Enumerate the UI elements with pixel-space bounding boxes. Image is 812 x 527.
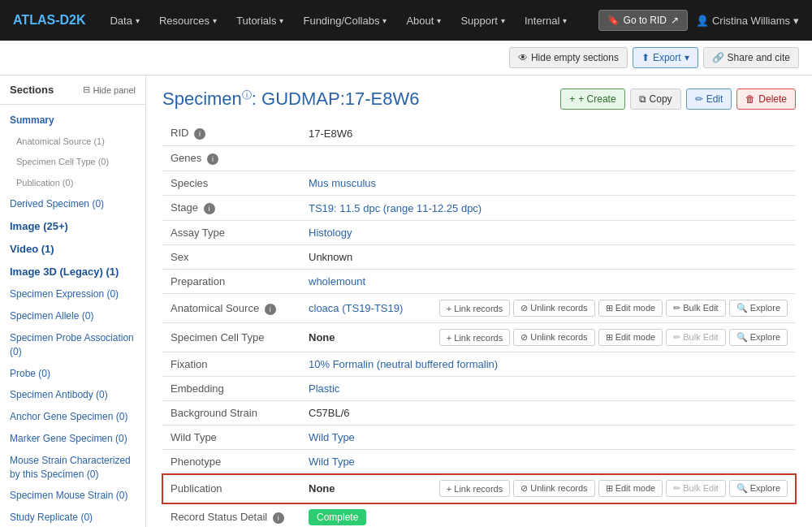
caret-icon: ▾ (279, 16, 283, 25)
sidebar-item-video[interactable]: Video (1) (0, 238, 145, 261)
specimen-cell-type-actions: + Link records ⊘ Unlink records ⊞ Edit m… (439, 329, 788, 346)
info-icon[interactable]: i (207, 153, 218, 165)
link-records-publication[interactable]: + Link records (439, 480, 510, 497)
anatomical-source-link[interactable]: cloaca (TS19-TS19) (309, 302, 403, 314)
sidebar-item-marker-gene[interactable]: Marker Gene Specimen (0) (0, 428, 145, 450)
sidebar-item-specimen-expression[interactable]: Specimen Expression (0) (0, 283, 145, 305)
wild-type-link[interactable]: Wild Type (309, 431, 355, 443)
sidebar-item-mouse-strain-characterized[interactable]: Mouse Strain Characterized by this Speci… (0, 450, 145, 486)
bulk-edit-publication[interactable]: ✏ Bulk Edit (666, 480, 725, 497)
preparation-link[interactable]: wholemount (309, 275, 365, 287)
assay-type-link[interactable]: Histology (309, 227, 352, 239)
field-label-embedding: Embedding (162, 377, 300, 401)
field-label-anatomical-source: Anatomical Source i (162, 294, 300, 323)
sidebar-item-image[interactable]: Image (25+) (0, 215, 145, 238)
info-sup: ⓘ (242, 89, 252, 101)
sidebar-header: Sections ⊟ Hide panel (0, 76, 145, 105)
sidebar-item-summary[interactable]: Summary (0, 110, 145, 132)
nav-tutorials[interactable]: Tutorials ▾ (228, 10, 292, 32)
field-value-phenotype: Wild Type (300, 450, 796, 474)
field-value-wild-type: Wild Type (300, 425, 796, 450)
nav-support[interactable]: Support ▾ (452, 10, 513, 32)
copy-button[interactable]: ⧉ Copy (630, 89, 681, 110)
action-bar: 👁 Hide empty sections ⬆ Export ▾ 🔗 Share… (0, 41, 812, 76)
sidebar-item-anatomical-source[interactable]: Anatomical Source (1) (0, 132, 145, 152)
page-title-row: Specimenⓘ: GUDMAP:17-E8W6 + + Create ⧉ C… (162, 89, 796, 110)
explore-publication[interactable]: 🔍 Explore (729, 480, 788, 497)
link-records-cell-type[interactable]: + Link records (439, 329, 510, 346)
caret-icon: ▾ (382, 16, 387, 25)
field-value-assay-type: Histology (300, 221, 796, 245)
field-row-anatomical-source: Anatomical Source i cloaca (TS19-TS19) +… (162, 294, 796, 323)
field-row-species: Species Mus musculus (162, 171, 796, 196)
sidebar: Sections ⊟ Hide panel Summary Anatomical… (0, 76, 146, 527)
export-icon: ⬆ (641, 52, 650, 63)
share-cite-button[interactable]: 🔗 Share and cite (703, 47, 799, 68)
bookmark-icon: 🔖 (607, 15, 620, 26)
hide-empty-sections-button[interactable]: 👁 Hide empty sections (509, 47, 628, 68)
field-value-rid: 17-E8W6 (300, 121, 796, 146)
info-icon[interactable]: i (273, 512, 284, 524)
embedding-link[interactable]: Plastic (309, 382, 339, 395)
edit-button[interactable]: ✏ Edit (686, 89, 732, 110)
bulk-edit-cell-type[interactable]: ✏ Bulk Edit (666, 329, 725, 346)
hide-panel-button[interactable]: ⊟ Hide panel (83, 84, 136, 95)
link-records-anatomical[interactable]: + Link records (439, 300, 510, 317)
info-icon[interactable]: i (265, 304, 276, 315)
field-label-genes: Genes i (162, 146, 300, 171)
sidebar-item-anchor-gene[interactable]: Anchor Gene Specimen (0) (0, 406, 145, 428)
field-value-record-status: Complete (300, 503, 796, 527)
sidebar-item-specimen-mouse-strain[interactable]: Specimen Mouse Strain (0) (0, 485, 145, 507)
field-label-specimen-cell-type: Specimen Cell Type (162, 323, 300, 352)
field-label-phenotype: Phenotype (162, 450, 300, 474)
sidebar-item-study-replicate[interactable]: Study Replicate (0) (0, 507, 145, 527)
explore-cell-type[interactable]: 🔍 Explore (729, 329, 788, 346)
sidebar-item-image-3d[interactable]: Image 3D (Legacy) (1) (0, 261, 145, 283)
sidebar-item-publication[interactable]: Publication (0) (0, 173, 145, 193)
fixation-link[interactable]: 10% Formalin (neutral buffered formalin) (309, 358, 498, 370)
copy-icon: ⧉ (639, 93, 646, 105)
external-link-icon: ↗ (671, 15, 679, 26)
species-link[interactable]: Mus musculus (309, 177, 376, 189)
unlink-records-publication[interactable]: ⊘ Unlink records (513, 480, 594, 497)
create-button[interactable]: + + Create (560, 89, 624, 110)
user-menu[interactable]: 👤 Cristina Williams ▾ (696, 15, 799, 27)
nav-internal[interactable]: Internal ▾ (516, 10, 575, 32)
sidebar-item-specimen-allele[interactable]: Specimen Allele (0) (0, 305, 145, 327)
edit-mode-publication[interactable]: ⊞ Edit mode (598, 480, 663, 497)
nav-right: 🔖 Go to RID ↗ 👤 Cristina Williams ▾ (598, 10, 799, 31)
sidebar-item-specimen-probe[interactable]: Specimen Probe Association (0) (0, 327, 145, 363)
edit-mode-cell-type[interactable]: ⊞ Edit mode (598, 329, 663, 346)
nav-about[interactable]: About ▾ (398, 10, 449, 32)
sidebar-item-specimen-cell-type[interactable]: Specimen Cell Type (0) (0, 152, 145, 172)
nav-data[interactable]: Data ▾ (102, 10, 147, 32)
delete-button[interactable]: 🗑 Delete (736, 89, 796, 110)
field-label-publication: Publication (162, 474, 300, 503)
field-row-assay-type: Assay Type Histology (162, 221, 796, 245)
export-button[interactable]: ⬆ Export ▾ (633, 47, 698, 68)
nav-funding[interactable]: Funding/Collabs ▾ (295, 10, 395, 32)
status-badge-complete: Complete (309, 509, 366, 525)
phenotype-link[interactable]: Wild Type (309, 456, 355, 468)
navbar: ATLAS-D2K Data ▾ Resources ▾ Tutorials ▾… (0, 0, 812, 41)
caret-icon: ▾ (563, 16, 567, 25)
sidebar-item-derived-specimen[interactable]: Derived Specimen (0) (0, 193, 145, 215)
field-row-phenotype: Phenotype Wild Type (162, 450, 796, 474)
unlink-records-cell-type[interactable]: ⊘ Unlink records (513, 329, 594, 346)
info-icon[interactable]: i (204, 203, 215, 214)
sidebar-item-specimen-antibody[interactable]: Specimen Antibody (0) (0, 384, 145, 406)
bulk-edit-anatomical[interactable]: ✏ Bulk Edit (666, 300, 725, 317)
field-row-specimen-cell-type: Specimen Cell Type None + Link records ⊘… (162, 323, 796, 352)
go-to-rid-button[interactable]: 🔖 Go to RID ↗ (598, 10, 688, 31)
brand: ATLAS-D2K (13, 13, 85, 28)
unlink-records-anatomical[interactable]: ⊘ Unlink records (513, 300, 594, 317)
edit-icon: ✏ (695, 93, 703, 105)
stage-link[interactable]: TS19: 11.5 dpc (range 11-12.25 dpc) (309, 202, 482, 214)
sidebar-item-probe[interactable]: Probe (0) (0, 363, 145, 385)
explore-anatomical[interactable]: 🔍 Explore (729, 300, 788, 317)
field-label-fixation: Fixation (162, 352, 300, 377)
info-icon[interactable]: i (194, 128, 205, 140)
edit-mode-anatomical[interactable]: ⊞ Edit mode (598, 300, 663, 317)
cell-type-none: None (309, 331, 335, 343)
nav-resources[interactable]: Resources ▾ (151, 10, 225, 32)
